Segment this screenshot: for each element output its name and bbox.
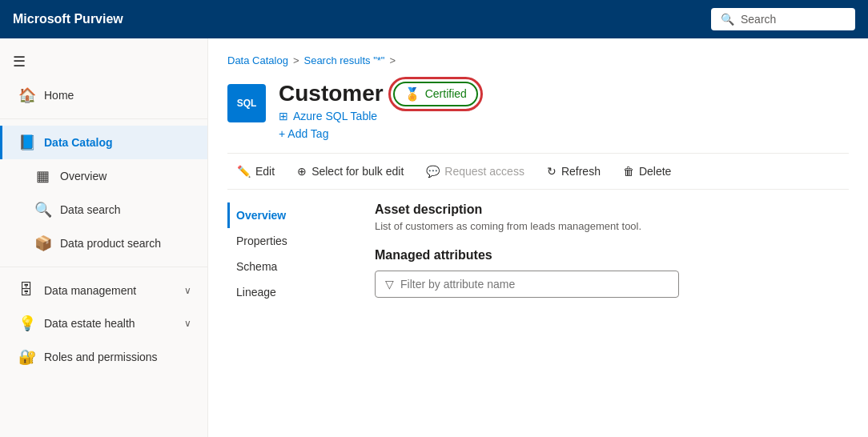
asset-info: Customer 🏅 Certified ⊞ Azure SQL Table +… — [279, 81, 849, 140]
sidebar-item-data-management-label: Data management — [44, 284, 136, 297]
asset-type-label: Azure SQL Table — [293, 110, 377, 122]
asset-type-row: ⊞ Azure SQL Table — [279, 110, 849, 122]
chevron-down-icon-2: ∨ — [184, 318, 191, 329]
data-product-search-icon: 📦 — [34, 235, 50, 252]
sidebar-item-data-product-search[interactable]: 📦 Data product search — [0, 227, 207, 260]
certified-label: Certified — [425, 87, 467, 100]
refresh-label: Refresh — [561, 165, 601, 178]
delete-icon: 🗑 — [623, 165, 634, 178]
edit-button[interactable]: ✏️ Edit — [227, 160, 284, 182]
left-nav-schema[interactable]: Schema — [227, 254, 356, 279]
delete-button[interactable]: 🗑 Delete — [613, 160, 681, 182]
asset-sql-icon: SQL — [227, 84, 266, 122]
edit-icon: ✏️ — [237, 165, 251, 178]
table-icon: ⊞ — [279, 110, 288, 122]
sidebar-item-roles-permissions[interactable]: 🔐 Roles and permissions — [0, 340, 207, 374]
asset-description-title: Asset description — [375, 202, 849, 217]
sidebar-item-data-product-search-label: Data product search — [60, 237, 161, 250]
sidebar-divider-1 — [0, 118, 207, 119]
app-title: Microsoft Purview — [13, 12, 711, 26]
delete-label: Delete — [639, 165, 671, 178]
sidebar-item-overview[interactable]: ▦ Overview — [0, 159, 207, 193]
filter-input-wrap[interactable]: ▽ — [375, 271, 679, 298]
main-content: Data Catalog > Search results "*" > SQL … — [208, 38, 868, 437]
breadcrumb-data-catalog[interactable]: Data Catalog — [227, 54, 288, 66]
sidebar-item-data-management[interactable]: 🗄 Data management ∨ — [0, 274, 207, 307]
data-catalog-icon: 📘 — [18, 134, 34, 151]
overview-icon: ▦ — [34, 167, 50, 185]
right-content: Asset description List of customers as c… — [375, 202, 849, 305]
sidebar-item-roles-permissions-label: Roles and permissions — [44, 351, 158, 363]
sidebar-item-overview-label: Overview — [60, 170, 106, 182]
main-layout: ☰ 🏠 Home 📘 Data Catalog ▦ Overview 🔍 Dat… — [0, 38, 868, 437]
certified-badge: 🏅 Certified — [393, 82, 478, 106]
left-nav-properties[interactable]: Properties — [227, 228, 356, 254]
asset-header: SQL Customer 🏅 Certified ⊞ Azure SQL Tab… — [227, 81, 849, 140]
select-bulk-edit-button[interactable]: ⊕ Select for bulk edit — [287, 160, 413, 182]
certified-icon: 🏅 — [404, 86, 420, 102]
roles-permissions-icon: 🔐 — [18, 348, 34, 366]
sidebar: ☰ 🏠 Home 📘 Data Catalog ▦ Overview 🔍 Dat… — [0, 38, 208, 437]
sidebar-item-home-label: Home — [44, 89, 74, 102]
data-management-icon: 🗄 — [18, 282, 34, 299]
sidebar-item-home[interactable]: 🏠 Home — [0, 78, 207, 112]
asset-description-text: List of customers as coming from leads m… — [375, 220, 849, 232]
left-nav-lineage-label: Lineage — [236, 286, 276, 299]
refresh-button[interactable]: ↻ Refresh — [537, 160, 610, 182]
managed-attrs-title: Managed attributes — [375, 248, 849, 263]
sidebar-item-data-search-label: Data search — [60, 203, 120, 216]
filter-icon: ▽ — [385, 278, 394, 291]
action-bar: ✏️ Edit ⊕ Select for bulk edit 💬 Request… — [227, 153, 849, 190]
bulk-edit-icon: ⊕ — [297, 165, 307, 178]
edit-label: Edit — [255, 165, 275, 178]
select-bulk-label: Select for bulk edit — [311, 165, 404, 178]
sidebar-item-data-catalog[interactable]: 📘 Data Catalog — [0, 126, 207, 159]
asset-name: Customer — [279, 81, 384, 106]
breadcrumb-search-results[interactable]: Search results "*" — [303, 54, 384, 66]
chevron-down-icon: ∨ — [184, 285, 191, 296]
refresh-icon: ↻ — [547, 165, 557, 178]
sidebar-item-data-catalog-label: Data Catalog — [44, 136, 113, 149]
search-box-label: Search — [741, 13, 776, 26]
add-tag-label: + Add Tag — [279, 127, 328, 140]
data-estate-health-icon: 💡 — [18, 315, 34, 332]
request-access-button[interactable]: 💬 Request access — [416, 160, 534, 182]
search-box[interactable]: 🔍 Search — [711, 8, 855, 30]
add-tag-button[interactable]: + Add Tag — [279, 127, 849, 140]
search-icon: 🔍 — [721, 13, 734, 26]
left-nav: Overview Properties Schema Lineage — [227, 202, 356, 305]
left-nav-lineage[interactable]: Lineage — [227, 279, 356, 305]
sidebar-item-data-search[interactable]: 🔍 Data search — [0, 193, 207, 227]
filter-by-attribute-input[interactable] — [400, 278, 669, 291]
home-icon: 🏠 — [18, 86, 34, 104]
header: Microsoft Purview 🔍 Search — [0, 0, 868, 38]
left-nav-schema-label: Schema — [236, 260, 277, 273]
left-nav-properties-label: Properties — [236, 235, 287, 247]
detail-columns: Overview Properties Schema Lineage Asset… — [227, 202, 849, 305]
sidebar-divider-2 — [0, 267, 207, 267]
request-access-label: Request access — [444, 165, 524, 178]
request-access-icon: 💬 — [426, 165, 440, 178]
breadcrumb-sep-1: > — [293, 54, 299, 66]
data-search-icon: 🔍 — [34, 201, 50, 218]
sidebar-item-data-estate-health-label: Data estate health — [44, 317, 135, 330]
breadcrumb-sep-2: > — [389, 54, 396, 66]
hamburger-icon[interactable]: ☰ — [0, 45, 207, 78]
breadcrumb: Data Catalog > Search results "*" > — [227, 54, 849, 66]
asset-name-row: Customer 🏅 Certified — [279, 81, 849, 106]
sidebar-item-data-estate-health[interactable]: 💡 Data estate health ∨ — [0, 307, 207, 340]
left-nav-overview-label: Overview — [236, 209, 286, 222]
left-nav-overview[interactable]: Overview — [227, 202, 356, 228]
